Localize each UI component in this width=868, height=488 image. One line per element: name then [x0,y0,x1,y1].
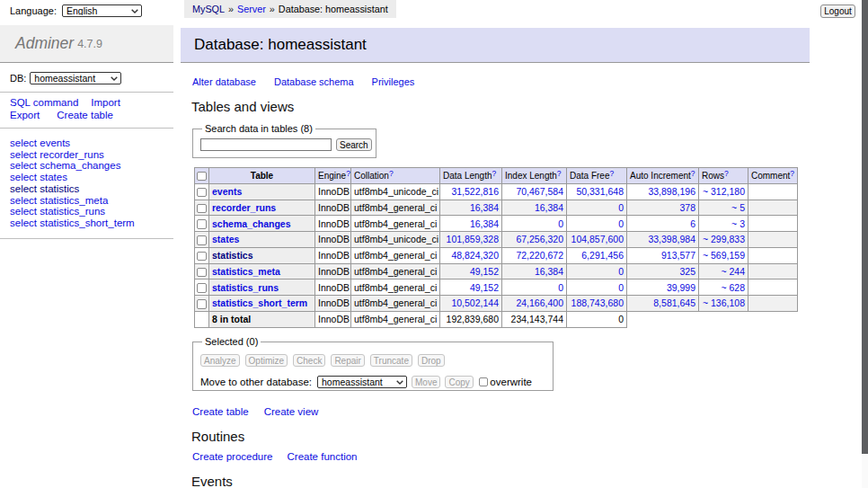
search-input[interactable] [200,138,332,151]
help-link-icon[interactable]: ? [492,169,497,178]
help-link-icon[interactable]: ? [557,169,562,178]
sidebar-select-recorder_runs[interactable]: select recorder_runs [10,149,181,161]
index-length-link-statistics[interactable]: 72,220,672 [516,250,563,261]
search-button[interactable]: Search [336,138,372,151]
truncate-button[interactable]: Truncate [370,354,412,367]
auto-increment-link-recorder_runs[interactable]: 378 [679,202,695,213]
check-button[interactable]: Check [293,354,325,367]
sidebar-select-statistics_short_term[interactable]: select statistics_short_term [10,217,181,229]
sidebar-select-statistics_runs[interactable]: select statistics_runs [10,206,181,217]
help-link-icon[interactable]: ? [790,169,794,178]
select-all-checkbox[interactable] [197,172,207,182]
table-link-states[interactable]: states [212,234,239,244]
table-link-statistics_runs[interactable]: statistics_runs [212,282,279,293]
repair-button[interactable]: Repair [331,354,364,367]
overwrite-checkbox[interactable] [479,377,489,387]
table-link-statistics_short_term[interactable]: statistics_short_term [212,297,307,308]
create-procedure-link[interactable]: Create procedure [192,451,273,462]
rows-link-statistics_short_term[interactable]: ~ 136,108 [703,297,745,308]
data-length-link-statistics_short_term[interactable]: 10,502,144 [451,297,499,308]
sidebar-link-create-table[interactable]: Create table [57,110,113,122]
row-checkbox-events[interactable] [197,188,207,198]
move-button[interactable]: Move [412,376,440,388]
data-length-link-statistics[interactable]: 48,824,320 [451,250,499,261]
create-table-link[interactable]: Create table [192,406,249,417]
table-link-schema_changes[interactable]: schema_changes [212,218,291,229]
drop-button[interactable]: Drop [418,354,445,367]
index-length-link-states[interactable]: 67,256,320 [516,234,563,244]
action-privileges[interactable]: Privileges [372,76,415,87]
help-link-icon[interactable]: ? [389,169,394,178]
move-database-select[interactable]: homeassistant [317,376,407,388]
data-length-link-recorder_runs[interactable]: 16,384 [470,202,499,213]
optimize-button[interactable]: Optimize [245,354,288,367]
copy-button[interactable]: Copy [445,376,473,388]
scrollbar[interactable] [862,0,868,488]
data-length-link-schema_changes[interactable]: 16,384 [470,218,499,229]
scrollbar-thumb[interactable] [862,0,868,454]
sidebar-select-statistics[interactable]: select statistics [10,183,181,195]
table-link-recorder_runs[interactable]: recorder_runs [212,202,276,213]
data-free-link-events[interactable]: 50,331,648 [576,186,624,197]
help-link-icon[interactable]: ? [609,169,614,178]
sidebar-select-states[interactable]: select states [10,172,181,183]
rows-link-statistics_meta[interactable]: ~ 244 [721,266,745,277]
data-length-link-events[interactable]: 31,522,816 [451,186,499,197]
index-length-link-events[interactable]: 70,467,584 [516,186,563,197]
auto-increment-link-schema_changes[interactable]: 6 [690,218,695,229]
data-length-link-statistics_runs[interactable]: 49,152 [470,282,499,293]
data-length-link-statistics_meta[interactable]: 49,152 [470,266,499,277]
data-free-link-statistics_runs[interactable]: 0 [618,282,624,293]
db-select[interactable]: homeassistant [30,72,121,84]
rows-link-statistics[interactable]: ~ 569,159 [703,250,745,261]
index-length-link-statistics_short_term[interactable]: 24,166,400 [516,297,563,308]
row-checkbox-statistics_meta[interactable] [197,268,207,278]
breadcrumb-server[interactable]: Server [237,4,266,14]
breadcrumb-mysql[interactable]: MySQL [192,4,225,14]
data-free-link-statistics_short_term[interactable]: 188,743,680 [571,297,624,308]
adminer-logo[interactable]: Adminer [15,34,74,53]
index-length-link-statistics_runs[interactable]: 0 [558,282,563,293]
sidebar-select-events[interactable]: select events [10,138,181,149]
sidebar-link-import[interactable]: Import [91,97,120,110]
create-view-link[interactable]: Create view [264,406,319,417]
row-checkbox-recorder_runs[interactable] [197,204,207,214]
action-database-schema[interactable]: Database schema [274,76,354,87]
sidebar-select-schema_changes[interactable]: select schema_changes [10,160,181,172]
row-checkbox-statistics[interactable] [197,252,207,262]
logout-button[interactable]: Logout [820,4,855,18]
index-length-link-recorder_runs[interactable]: 16,384 [535,202,563,213]
sidebar-link-sql-command[interactable]: SQL command [10,97,78,110]
index-length-link-schema_changes[interactable]: 0 [558,218,563,229]
row-checkbox-statistics_runs[interactable] [197,283,207,293]
auto-increment-link-statistics_short_term[interactable]: 8,581,645 [653,297,695,308]
table-link-statistics[interactable]: statistics [212,250,253,261]
data-free-link-recorder_runs[interactable]: 0 [618,202,624,213]
auto-increment-link-events[interactable]: 33,898,196 [648,186,695,197]
row-checkbox-schema_changes[interactable] [197,219,207,229]
data-free-link-schema_changes[interactable]: 0 [618,218,624,229]
language-select[interactable]: English [62,4,142,17]
index-length-link-statistics_meta[interactable]: 16,384 [535,266,563,277]
auto-increment-link-statistics_runs[interactable]: 39,999 [667,282,695,293]
help-link-icon[interactable]: ? [346,169,350,178]
row-checkbox-states[interactable] [197,235,207,245]
rows-link-statistics_runs[interactable]: ~ 628 [721,282,745,293]
create-function-link[interactable]: Create function [288,451,358,462]
sidebar-select-statistics_meta[interactable]: select statistics_meta [10,195,181,207]
help-link-icon[interactable]: ? [724,169,729,178]
auto-increment-link-statistics_meta[interactable]: 325 [679,266,695,277]
rows-link-events[interactable]: ~ 312,180 [703,186,745,197]
help-link-icon[interactable]: ? [691,169,695,178]
data-free-link-states[interactable]: 104,857,600 [571,234,624,244]
table-link-events[interactable]: events [212,186,242,197]
analyze-button[interactable]: Analyze [200,354,240,367]
auto-increment-link-states[interactable]: 33,398,984 [648,234,695,244]
table-link-statistics_meta[interactable]: statistics_meta [212,266,280,277]
action-alter-database[interactable]: Alter database [192,76,256,87]
sidebar-link-export[interactable]: Export [10,110,40,122]
data-length-link-states[interactable]: 101,859,328 [447,234,499,244]
data-free-link-statistics_meta[interactable]: 0 [618,266,624,277]
rows-link-recorder_runs[interactable]: ~ 5 [731,202,745,213]
data-free-link-statistics[interactable]: 6,291,456 [581,250,624,261]
